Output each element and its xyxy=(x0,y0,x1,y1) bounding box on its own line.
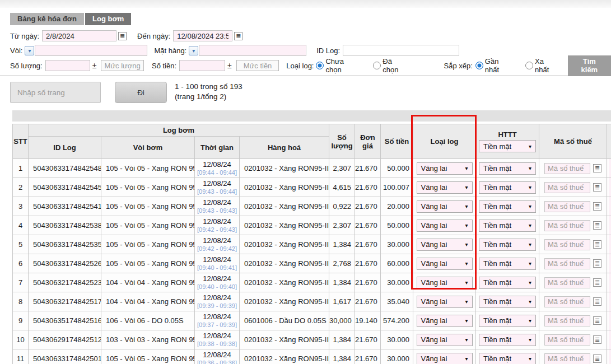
loai-log-select[interactable]: Vãng lai▾ xyxy=(417,162,473,175)
ma-so-thue-cell: ≣ xyxy=(539,197,607,216)
httt-select[interactable]: Tiền mặt▾ xyxy=(479,220,536,232)
ma-so-thue-input[interactable] xyxy=(544,201,590,212)
so-tien-input[interactable] xyxy=(179,60,225,71)
httt-select[interactable]: Tiền mặt▾ xyxy=(479,334,536,346)
muc-luong-box[interactable]: Mức lượng xyxy=(101,60,144,71)
httt-header-select[interactable]: Tiền mặt ▾ xyxy=(479,140,536,152)
voi-dropdown-button[interactable]: ▾ xyxy=(25,46,34,55)
page-number-input[interactable] xyxy=(10,82,101,103)
loai-log-select[interactable]: Vãng lai▾ xyxy=(417,334,473,346)
loai-log-select[interactable]: Vãng lai▾ xyxy=(417,220,473,232)
from-date-input[interactable] xyxy=(42,30,116,41)
search-button[interactable]: Tìm kiếm xyxy=(568,55,611,76)
loai-log-select[interactable]: Vãng lai▾ xyxy=(417,200,473,213)
radio-icon[interactable] xyxy=(316,62,324,69)
ma-so-thue-input[interactable] xyxy=(544,334,590,346)
httt-select[interactable]: Tiền mặt▾ xyxy=(479,353,536,364)
voi-bom-cell: 105 - Vòi 05 - Xang RON 95-III xyxy=(101,178,195,197)
document-icon[interactable]: ≣ xyxy=(593,183,601,192)
document-icon[interactable]: ≣ xyxy=(593,202,601,211)
loai-log-select[interactable]: Vãng lai▾ xyxy=(417,277,473,289)
httt-select[interactable]: Tiền mặt▾ xyxy=(479,239,536,251)
document-icon[interactable]: ≣ xyxy=(593,316,601,325)
httt-cell: Tiền mặt▾ xyxy=(476,330,539,349)
hang-hoa-cell: 0201032 - Xăng RON95-III xyxy=(240,235,329,254)
mat-hang-dropdown-button[interactable]: ▾ xyxy=(189,46,198,55)
radio-xa-nhat[interactable]: Xa nhất xyxy=(525,57,559,74)
httt-select[interactable]: Tiền mặt▾ xyxy=(479,258,536,270)
httt-select[interactable]: Tiền mặt▾ xyxy=(479,181,536,194)
tab-bang-ke-hoa-don[interactable]: Bảng kê hóa đơn xyxy=(10,13,84,25)
table-toolbar-band xyxy=(12,110,611,122)
to-date-input[interactable] xyxy=(173,30,232,41)
so-luong-input[interactable] xyxy=(45,60,90,71)
thoi-gian-cell: 12/08/24[09:39 - 09:39] xyxy=(195,292,240,311)
loai-log-select[interactable]: Vãng lai▾ xyxy=(417,258,473,270)
calendar-icon[interactable]: ≣ xyxy=(234,32,242,40)
radio-gan-nhat[interactable]: Gần nhất xyxy=(475,57,514,74)
voi-bom-cell: 106 - Vòi 06 - DO 0.05S xyxy=(101,311,195,330)
radio-da-chon[interactable]: Đã chọn xyxy=(373,57,409,74)
radio-chua-chon[interactable]: Chưa chọn xyxy=(316,57,361,74)
sliver-cell xyxy=(607,178,611,197)
go-button[interactable]: Đi xyxy=(115,82,167,103)
ma-so-thue-wrap: ≣ xyxy=(539,182,607,193)
loai-log-cell: Vãng lai▾ xyxy=(413,197,476,216)
id-log-input[interactable] xyxy=(343,45,459,56)
loai-log-select[interactable]: Vãng lai▾ xyxy=(417,239,473,251)
ma-so-thue-cell: ≣ xyxy=(539,311,607,330)
loai-log-cell: Vãng lai▾ xyxy=(413,216,476,235)
httt-cell: Tiền mặt▾ xyxy=(476,311,539,330)
ma-so-thue-input[interactable] xyxy=(544,239,590,250)
sliver-cell xyxy=(607,273,611,292)
sliver-cell xyxy=(607,292,611,311)
hang-hoa-cell: 0201032 - Xăng RON95-III xyxy=(240,330,329,349)
calendar-icon[interactable]: ≣ xyxy=(118,32,127,40)
radio-label: Đã chọn xyxy=(383,57,409,74)
document-icon[interactable]: ≣ xyxy=(593,164,601,172)
radio-icon[interactable] xyxy=(525,62,533,69)
muc-tien-box[interactable]: Mức tiền xyxy=(236,60,279,71)
separator-line xyxy=(0,76,611,76)
sap-xep-label: Sắp xếp: xyxy=(444,62,473,70)
document-icon[interactable]: ≣ xyxy=(593,278,601,287)
thoi-gian-cell: 12/08/24[09:36 - 09:36] xyxy=(195,349,240,364)
ma-so-thue-input[interactable] xyxy=(544,296,590,307)
so-luong-cell: 30,000 xyxy=(329,311,355,330)
loai-log-select[interactable]: Vãng lai▾ xyxy=(417,315,473,327)
document-icon[interactable]: ≣ xyxy=(593,259,601,268)
ma-so-thue-input[interactable] xyxy=(544,258,590,269)
document-icon[interactable]: ≣ xyxy=(593,335,601,344)
voi-input[interactable] xyxy=(35,45,147,56)
httt-select[interactable]: Tiền mặt▾ xyxy=(479,296,536,308)
httt-select[interactable]: Tiền mặt▾ xyxy=(479,200,536,213)
id-log-cell: 504306351748425166 xyxy=(29,311,101,330)
httt-select[interactable]: Tiền mặt▾ xyxy=(479,277,536,289)
ma-so-thue-input[interactable] xyxy=(544,220,590,231)
loai-log-select[interactable]: Vãng lai▾ xyxy=(417,353,473,364)
document-icon[interactable]: ≣ xyxy=(593,221,601,230)
loai-log-select[interactable]: Vãng lai▾ xyxy=(417,296,473,308)
httt-select[interactable]: Tiền mặt▾ xyxy=(479,315,536,327)
hang-hoa-cell: 0201032 - Xăng RON95-III xyxy=(240,273,329,292)
httt-header-select-value: Tiền mặt xyxy=(483,142,511,151)
stt-cell: 1 xyxy=(13,159,29,178)
document-icon[interactable]: ≣ xyxy=(593,240,601,249)
document-icon[interactable]: ≣ xyxy=(593,297,601,306)
loai-log-select-value: Vãng lai xyxy=(421,259,447,268)
ma-so-thue-input[interactable] xyxy=(544,353,590,364)
header-hang-hoa: Hàng hoá xyxy=(240,137,329,159)
ma-so-thue-input[interactable] xyxy=(544,163,590,174)
document-icon[interactable]: ≣ xyxy=(593,354,601,363)
ma-so-thue-cell: ≣ xyxy=(539,292,607,311)
tab-log-bom[interactable]: Log bơm xyxy=(85,13,131,25)
loai-log-select[interactable]: Vãng lai▾ xyxy=(417,181,473,194)
ma-so-thue-input[interactable] xyxy=(544,315,590,326)
ma-so-thue-input[interactable] xyxy=(544,277,590,288)
radio-icon[interactable] xyxy=(475,62,483,69)
httt-select[interactable]: Tiền mặt▾ xyxy=(479,162,536,175)
voi-bom-cell: 105 - Vòi 05 - Xang RON 95-III xyxy=(101,349,195,364)
mat-hang-input[interactable] xyxy=(199,45,306,56)
ma-so-thue-input[interactable] xyxy=(544,182,590,193)
radio-icon[interactable] xyxy=(373,62,381,69)
